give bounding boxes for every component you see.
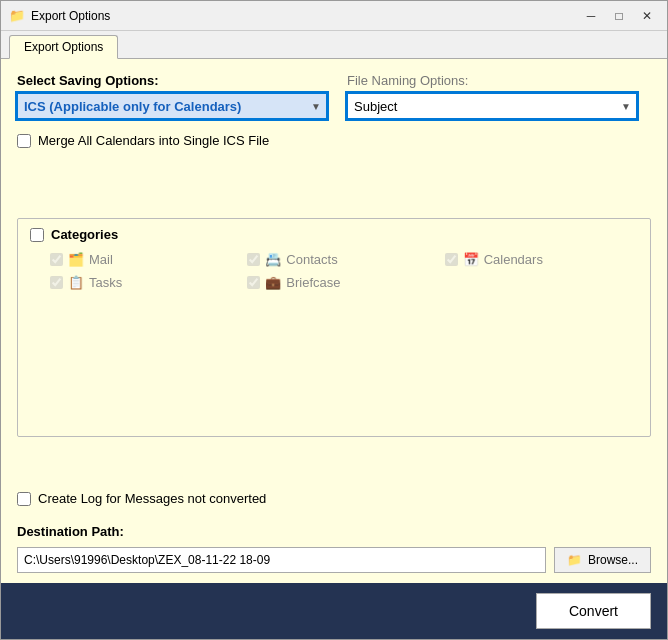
saving-options-group: Select Saving Options: ICS (Applicable o…	[17, 73, 327, 119]
browse-icon: 📁	[567, 553, 582, 567]
calendars-checkbox[interactable]	[445, 253, 458, 266]
briefcase-icon: 💼	[265, 275, 281, 290]
calendars-icon: 📅	[463, 252, 479, 267]
list-item: 📅 Calendars	[445, 252, 638, 267]
dest-path-row: 📁 Browse...	[17, 547, 651, 573]
top-row: Select Saving Options: ICS (Applicable o…	[17, 73, 651, 119]
close-button[interactable]: ✕	[635, 6, 659, 26]
convert-button[interactable]: Convert	[536, 593, 651, 629]
destination-section: Destination Path: 📁 Browse...	[17, 524, 651, 573]
saving-options-select-wrapper: ICS (Applicable only for Calendars) ▼	[17, 93, 327, 119]
log-checkbox[interactable]	[17, 492, 31, 506]
categories-box: Categories 🗂️ Mail 📇 Contacts	[17, 218, 651, 437]
tasks-label: Tasks	[89, 275, 122, 290]
log-checkbox-row: Create Log for Messages not converted	[17, 491, 651, 506]
file-naming-label: File Naming Options:	[347, 73, 637, 88]
browse-label: Browse...	[588, 553, 638, 567]
contacts-label: Contacts	[286, 252, 337, 267]
log-label[interactable]: Create Log for Messages not converted	[38, 491, 266, 506]
calendars-label: Calendars	[484, 252, 543, 267]
list-item: 📋 Tasks	[50, 275, 243, 290]
file-naming-select-wrapper: Subject ▼	[347, 93, 637, 119]
tasks-icon: 📋	[68, 275, 84, 290]
briefcase-checkbox[interactable]	[247, 276, 260, 289]
contacts-icon: 📇	[265, 252, 281, 267]
browse-button[interactable]: 📁 Browse...	[554, 547, 651, 573]
tasks-checkbox[interactable]	[50, 276, 63, 289]
dest-path-input[interactable]	[17, 547, 546, 573]
footer-bar: Convert	[1, 583, 667, 639]
main-content: Select Saving Options: ICS (Applicable o…	[1, 59, 667, 583]
tab-bar: Export Options	[1, 31, 667, 59]
mail-checkbox[interactable]	[50, 253, 63, 266]
maximize-button[interactable]: □	[607, 6, 631, 26]
window: 📁 Export Options ─ □ ✕ Export Options Se…	[0, 0, 668, 640]
categories-label: Categories	[51, 227, 118, 242]
title-bar: 📁 Export Options ─ □ ✕	[1, 1, 667, 31]
file-naming-select[interactable]: Subject	[347, 93, 637, 119]
categories-checkbox[interactable]	[30, 228, 44, 242]
tab-export-options[interactable]: Export Options	[9, 35, 118, 59]
categories-header: Categories	[30, 227, 638, 242]
saving-options-select[interactable]: ICS (Applicable only for Calendars)	[17, 93, 327, 119]
saving-options-label: Select Saving Options:	[17, 73, 327, 88]
list-item: 🗂️ Mail	[50, 252, 243, 267]
file-naming-group: File Naming Options: Subject ▼	[347, 73, 637, 119]
window-controls: ─ □ ✕	[579, 6, 659, 26]
categories-grid: 🗂️ Mail 📇 Contacts 📅 Calendars	[30, 252, 638, 290]
dest-path-label: Destination Path:	[17, 524, 651, 539]
app-icon: 📁	[9, 8, 25, 24]
merge-label[interactable]: Merge All Calendars into Single ICS File	[38, 133, 269, 148]
briefcase-label: Briefcase	[286, 275, 340, 290]
list-item: 📇 Contacts	[247, 252, 440, 267]
list-item: 💼 Briefcase	[247, 275, 440, 290]
mail-icon: 🗂️	[68, 252, 84, 267]
mail-label: Mail	[89, 252, 113, 267]
contacts-checkbox[interactable]	[247, 253, 260, 266]
merge-checkbox-row: Merge All Calendars into Single ICS File	[17, 133, 651, 148]
window-title: Export Options	[31, 9, 579, 23]
minimize-button[interactable]: ─	[579, 6, 603, 26]
merge-checkbox[interactable]	[17, 134, 31, 148]
